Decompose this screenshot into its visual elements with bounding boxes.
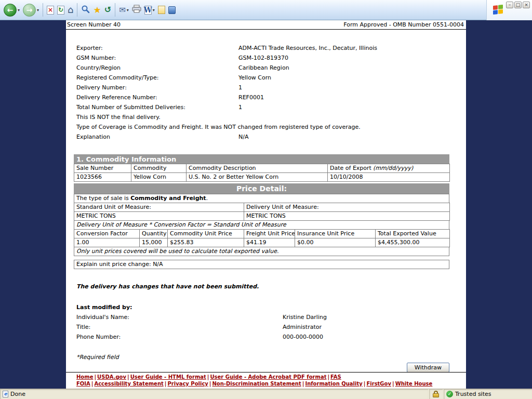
footer-link-non-discrimination[interactable]: Non-Discrimination Statement (212, 381, 301, 387)
last-modified-title: Last modified by: (76, 302, 458, 312)
maximize-button[interactable]: □ (514, 2, 522, 8)
back-icon: ← (4, 4, 17, 17)
back-dropdown-icon[interactable]: ▾ (18, 8, 20, 12)
type-of-sale-prefix: The type of sale is (76, 195, 130, 202)
footer-link-usda-gov[interactable]: USDA.gov (97, 374, 126, 380)
notepad-icon (158, 6, 165, 14)
forward-dropdown-icon[interactable]: ▾ (37, 8, 39, 12)
conversion-factor-cell: 1.00 (74, 238, 140, 247)
explain-price-change-table: Explain unit price change: N/A (74, 260, 449, 269)
field-value: ADM-ACTI Trade Resources, Inc., Decatur,… (238, 43, 377, 53)
refresh-button[interactable]: ↻ (56, 5, 66, 16)
unit-of-measure-table: Standard Unit of Measure: Delivery Unit … (74, 203, 450, 221)
footer-link-accessibility[interactable]: Accessibility Statement (94, 381, 163, 387)
field-value: Administrator (283, 322, 322, 332)
edit-dropdown-icon[interactable]: ▾ (153, 8, 155, 12)
notepad-button[interactable] (156, 5, 167, 15)
field-value: REF0001 (238, 92, 264, 102)
favorites-star-icon: ★ (93, 6, 101, 15)
page-content: Exporter: ADM-ACTI Trade Resources, Inc.… (66, 30, 466, 372)
field-label: Explanation (76, 132, 238, 142)
insurance-unit-price-cell: $0.00 (295, 238, 376, 247)
type-of-sale-suffix: . (206, 195, 208, 202)
footer-link-user-guide-pdf[interactable]: User Guide - Adobe Acrobat PDF format (210, 374, 327, 380)
info-row-delivery-reference: Delivery Reference Number: REF0001 (76, 92, 458, 102)
form-approved-label: Form Approved - OMB Number 0551-0004 (343, 21, 464, 28)
footer-separator: | (94, 374, 96, 380)
page: Screen Number 40 Form Approved - OMB Num… (66, 20, 466, 389)
stop-x-glyph: × (47, 6, 54, 14)
date-of-export-cell: 10/10/2008 (328, 173, 450, 182)
delivery-uom-label: Delivery Unit of Measure: (244, 203, 450, 212)
search-button[interactable] (79, 4, 91, 17)
delivery-uom-value: METRIC TONS (244, 212, 450, 221)
toolbar-separator (115, 3, 115, 17)
info-row-explanation: Explanation N/A (76, 132, 458, 142)
field-label: Delivery Number: (76, 83, 238, 92)
col-header-sale-number: Sale Number (74, 164, 131, 173)
footer-link-information-quality[interactable]: Information Quality (305, 381, 362, 387)
type-of-sale-table: The type of sale is Commodity and Freigh… (74, 194, 449, 203)
footer-link-fas[interactable]: FAS (330, 374, 341, 380)
coverage-note-cell: Only unit prices covered will be used to… (74, 247, 449, 256)
word-w-glyph: W (145, 6, 151, 14)
messenger-button[interactable] (167, 5, 177, 15)
col-header-insurance-unit-price: Insurance Unit Price (295, 230, 376, 238)
status-bar: e Done ✓ Trusted sites (0, 389, 532, 399)
field-value: N/A (238, 132, 248, 142)
footer-link-home[interactable]: Home (76, 374, 93, 380)
field-label: Delivery Reference Number: (76, 92, 238, 102)
footer-link-firstgov[interactable]: FirstGov (366, 381, 391, 387)
footer-separator: | (91, 381, 94, 387)
field-value: Caribbean Region (238, 63, 289, 73)
coverage-note-row: Only unit prices covered will be used to… (74, 247, 449, 256)
back-button[interactable]: ← ▾ (2, 3, 21, 18)
page-icon: e (3, 391, 8, 397)
last-modified-phone-row: Phone Number: 000-000-0000 (76, 332, 458, 342)
footer-separator: | (364, 381, 366, 387)
refresh-icon: ↻ (57, 6, 64, 15)
screen-number: Screen Number 40 (67, 21, 121, 28)
footer-separator: | (327, 374, 329, 380)
withdraw-button[interactable]: Withdraw (407, 363, 449, 372)
refresh-arrow-glyph: ↻ (58, 6, 64, 14)
forward-button[interactable]: → ▾ (21, 3, 41, 18)
col-header-conversion-factor: Conversion Factor (74, 230, 140, 238)
print-button[interactable] (130, 4, 143, 16)
history-button[interactable]: ↺ (103, 5, 113, 15)
browser-toolbar: ← ▾ → ▾ × ↻ ⌂ ★ ↺ ✉ ▾ (0, 0, 532, 20)
conversion-note-row: Delivery Unit of Measure * Conversion Fa… (74, 221, 449, 230)
window-controls: – □ × (506, 2, 530, 8)
toolbar-separator (77, 3, 77, 17)
info-row-country-region: Country/Region Caribbean Region (76, 63, 458, 73)
commodity-table: Sale Number Commodity Commodity Descript… (74, 164, 450, 182)
status-message: Done (10, 391, 25, 397)
favorites-button[interactable]: ★ (91, 5, 102, 16)
footer-separator: | (127, 374, 129, 380)
field-value: 1 (238, 83, 242, 92)
field-label: GSM Number: (76, 53, 238, 63)
footer-link-privacy-policy[interactable]: Privacy Policy (167, 381, 208, 387)
messenger-icon (168, 6, 176, 14)
final-delivery-note: This IS NOT the final delivery. (76, 112, 458, 122)
security-zone-section: ✓ Trusted sites (444, 389, 532, 399)
footer-link-white-house[interactable]: White House (395, 381, 433, 387)
action-row: Withdraw (74, 363, 449, 372)
price-table: Conversion Factor Quantity Commodity Uni… (74, 229, 450, 247)
stop-button[interactable]: × (45, 5, 56, 16)
close-button[interactable]: × (523, 2, 530, 8)
home-button[interactable]: ⌂ (66, 4, 75, 16)
mail-dropdown-icon[interactable]: ▾ (127, 8, 129, 12)
page-viewport: Screen Number 40 Form Approved - OMB Num… (0, 20, 532, 389)
last-modified-title-row: Title: Administrator (76, 322, 458, 332)
type-of-sale-cell: The type of sale is Commodity and Freigh… (74, 194, 449, 203)
field-value: Yellow Corn (238, 73, 271, 83)
minimize-button[interactable]: – (506, 2, 513, 8)
mail-button[interactable]: ✉ ▾ (117, 5, 130, 15)
footer-link-user-guide-html[interactable]: User Guide - HTML format (130, 374, 206, 380)
footer-separator: | (209, 381, 211, 387)
field-label: Phone Number: (76, 332, 283, 342)
footer-link-foia[interactable]: FOIA (76, 381, 90, 387)
uom-header-row: Standard Unit of Measure: Delivery Unit … (74, 203, 450, 212)
edit-with-word-button[interactable]: W ▾ (143, 5, 156, 16)
